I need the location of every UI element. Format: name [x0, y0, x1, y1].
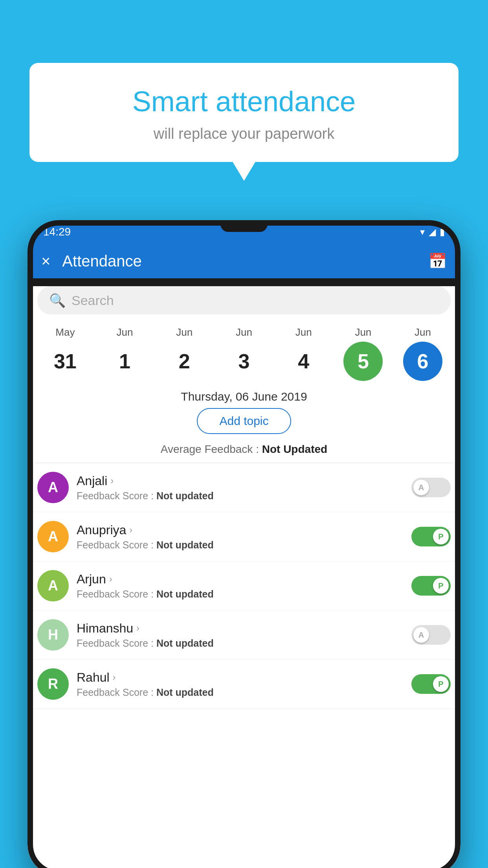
student-avatar: R — [37, 668, 69, 700]
attendance-toggle[interactable]: A — [411, 625, 451, 645]
student-row[interactable]: RRahul ›Feedback Score : Not updatedP — [28, 660, 460, 709]
toggle-knob: P — [433, 676, 449, 692]
calendar-month-label: Jun — [415, 326, 431, 338]
calendar-date-number: 3 — [224, 342, 264, 381]
feedback-score: Feedback Score : Not updated — [77, 588, 404, 600]
calendar-date-number: 1 — [105, 342, 145, 381]
calendar-date-number: 6 — [403, 342, 442, 381]
status-time: 14:29 — [43, 226, 71, 238]
phone-inner: 14:29 ▾ ◢ ▮ × Attendance 📅 🔍 — [28, 220, 460, 868]
feedback-score: Feedback Score : Not updated — [77, 539, 404, 551]
calendar-day[interactable]: May31 — [40, 326, 91, 381]
toggle-knob: P — [433, 529, 449, 544]
toggle-knob: P — [433, 578, 449, 594]
calendar-month-label: Jun — [117, 326, 133, 338]
chevron-icon: › — [113, 672, 116, 683]
toggle-knob: A — [413, 480, 429, 495]
chevron-icon: › — [109, 574, 112, 585]
attendance-toggle[interactable]: A — [411, 478, 451, 497]
avg-feedback-label: Average Feedback : — [161, 443, 262, 455]
student-info: Arjun ›Feedback Score : Not updated — [77, 572, 404, 600]
student-name: Rahul › — [77, 670, 404, 685]
toggle-knob: A — [413, 627, 429, 643]
status-bar: 14:29 ▾ ◢ ▮ — [28, 220, 460, 244]
calendar-month-label: May — [55, 326, 75, 338]
calendar-month-label: Jun — [236, 326, 252, 338]
calendar-day[interactable]: Jun3 — [218, 326, 270, 381]
speech-bubble: Smart attendance will replace your paper… — [29, 63, 459, 162]
student-row[interactable]: HHimanshu ›Feedback Score : Not updatedA — [28, 611, 460, 660]
calendar-day[interactable]: Jun2 — [159, 326, 210, 381]
student-info: Himanshu ›Feedback Score : Not updated — [77, 621, 404, 649]
student-name: Anjali › — [77, 474, 404, 488]
student-avatar: H — [37, 619, 69, 651]
phone-device: 14:29 ▾ ◢ ▮ × Attendance 📅 🔍 — [28, 220, 460, 868]
calendar-date-number: 31 — [46, 342, 85, 381]
calendar-button[interactable]: 📅 — [428, 252, 447, 270]
status-icons: ▾ ◢ ▮ — [420, 226, 445, 237]
student-info: Anupriya ›Feedback Score : Not updated — [77, 523, 404, 551]
header-left: × Attendance — [41, 252, 142, 270]
close-button[interactable]: × — [41, 253, 50, 269]
search-input[interactable]: Search — [72, 293, 114, 308]
student-name: Himanshu › — [77, 621, 404, 636]
attendance-toggle[interactable]: P — [411, 527, 451, 546]
header-title: Attendance — [62, 252, 141, 270]
avg-feedback-value: Not Updated — [262, 443, 327, 455]
calendar-strip: May31Jun1Jun2Jun3Jun4Jun5Jun6 — [28, 320, 460, 383]
calendar-month-label: Jun — [355, 326, 371, 338]
attendance-toggle[interactable]: P — [411, 576, 451, 596]
wifi-icon: ▾ — [420, 226, 425, 237]
search-icon: 🔍 — [49, 292, 66, 308]
selected-date-label: Thursday, 06 June 2019 — [28, 383, 460, 408]
avg-feedback: Average Feedback : Not Updated — [28, 441, 460, 463]
battery-icon: ▮ — [440, 226, 445, 237]
student-row[interactable]: AAnupriya ›Feedback Score : Not updatedP — [28, 512, 460, 561]
feedback-score: Feedback Score : Not updated — [77, 638, 404, 649]
app-header: × Attendance 📅 — [28, 244, 460, 278]
student-avatar: A — [37, 472, 69, 503]
feedback-score: Feedback Score : Not updated — [77, 490, 404, 502]
bubble-subtitle: will replace your paperwork — [53, 125, 435, 142]
student-info: Anjali ›Feedback Score : Not updated — [77, 474, 404, 502]
feedback-score: Feedback Score : Not updated — [77, 687, 404, 698]
student-list: AAnjali ›Feedback Score : Not updatedAAA… — [28, 463, 460, 709]
student-row[interactable]: AAnjali ›Feedback Score : Not updatedA — [28, 463, 460, 512]
calendar-day[interactable]: Jun5 — [338, 326, 389, 381]
student-row[interactable]: AArjun ›Feedback Score : Not updatedP — [28, 561, 460, 611]
chevron-icon: › — [129, 524, 132, 535]
calendar-month-label: Jun — [295, 326, 312, 338]
calendar-date-number: 4 — [284, 342, 323, 381]
calendar-date-number: 5 — [343, 342, 383, 381]
calendar-day[interactable]: Jun6 — [397, 326, 448, 381]
attendance-toggle[interactable]: P — [411, 674, 451, 694]
signal-icon: ◢ — [429, 226, 436, 237]
calendar-date-number: 2 — [165, 342, 204, 381]
student-avatar: A — [37, 521, 69, 552]
student-avatar: A — [37, 570, 69, 601]
calendar-day[interactable]: Jun1 — [99, 326, 150, 381]
student-name: Arjun › — [77, 572, 404, 587]
student-name: Anupriya › — [77, 523, 404, 537]
calendar-month-label: Jun — [176, 326, 193, 338]
phone-notch — [220, 220, 268, 232]
chevron-icon: › — [110, 475, 114, 486]
app-content: 🔍 Search May31Jun1Jun2Jun3Jun4Jun5Jun6 T… — [28, 286, 460, 868]
search-bar[interactable]: 🔍 Search — [37, 286, 451, 314]
student-info: Rahul ›Feedback Score : Not updated — [77, 670, 404, 698]
bubble-title: Smart attendance — [53, 85, 435, 118]
add-topic-button[interactable]: Add topic — [197, 408, 291, 434]
chevron-icon: › — [136, 623, 139, 634]
phone-wrapper: 14:29 ▾ ◢ ▮ × Attendance 📅 🔍 — [28, 220, 460, 868]
calendar-day[interactable]: Jun4 — [278, 326, 329, 381]
